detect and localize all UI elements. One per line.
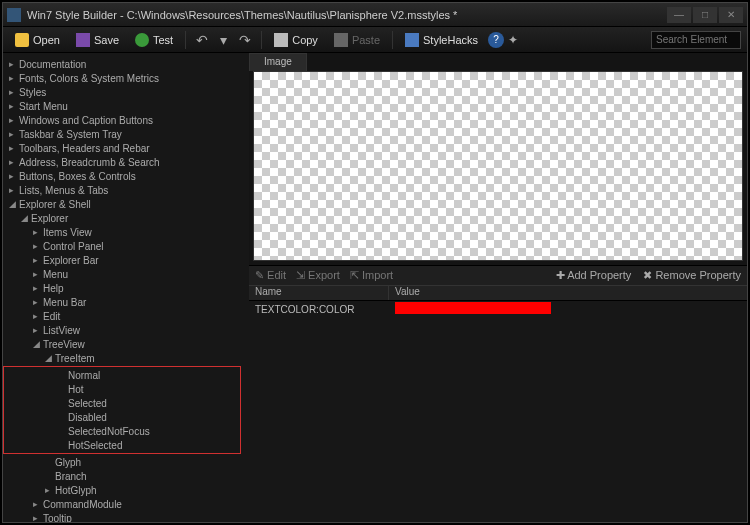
tree-item[interactable]: ▸Buttons, Boxes & Controls [3, 169, 249, 183]
tree-item[interactable]: ◢Explorer & Shell [3, 197, 249, 211]
tree-item[interactable]: ▸Items View [3, 225, 249, 239]
property-toolbar: ✎ Edit ⇲ Export ⇱ Import ✚ Add Property … [249, 265, 747, 285]
tree-item[interactable]: ▸Lists, Menus & Tabs [3, 183, 249, 197]
tree-item[interactable]: SelectedNotFocus [4, 424, 240, 438]
tree-item[interactable]: ▸Tooltip [3, 511, 249, 522]
help-button[interactable]: ? [488, 32, 504, 48]
play-icon [135, 33, 149, 47]
copy-button[interactable]: Copy [268, 31, 324, 49]
back-button[interactable]: ↶ [192, 32, 212, 48]
tree-item[interactable]: ▸Documentation [3, 57, 249, 71]
tree-item[interactable]: ▸Edit [3, 309, 249, 323]
tree-item[interactable]: Hot [4, 382, 240, 396]
column-name[interactable]: Name [249, 286, 389, 300]
property-list[interactable]: TEXTCOLOR:COLOR [249, 301, 747, 522]
export-button[interactable]: ⇲ Export [296, 269, 340, 282]
open-button[interactable]: Open [9, 31, 66, 49]
tree-item[interactable]: ◢TreeView [3, 337, 249, 351]
tree-item[interactable]: ▸Menu Bar [3, 295, 249, 309]
property-header: Name Value [249, 285, 747, 301]
tree-item[interactable]: Glyph [3, 455, 249, 469]
tree-item[interactable]: Normal [4, 368, 240, 382]
stylehacks-button[interactable]: StyleHacks [399, 31, 484, 49]
app-icon [7, 8, 21, 22]
minimize-button[interactable]: — [667, 7, 691, 23]
tree-item[interactable]: ◢TreeItem [3, 351, 249, 365]
tree-item[interactable]: ◢Explorer [3, 211, 249, 225]
tree-item[interactable]: ▸Explorer Bar [3, 253, 249, 267]
color-swatch[interactable] [395, 302, 551, 314]
save-button[interactable]: Save [70, 31, 125, 49]
tree-item[interactable]: ▸Help [3, 281, 249, 295]
image-preview[interactable] [253, 71, 743, 261]
highlighted-states: NormalHotSelectedDisabledSelectedNotFocu… [3, 366, 241, 454]
tree-item[interactable]: ▸Styles [3, 85, 249, 99]
tree-item[interactable]: ▸Toolbars, Headers and Rebar [3, 141, 249, 155]
tree-item[interactable]: ▸Menu [3, 267, 249, 281]
image-tab[interactable]: Image [249, 53, 307, 71]
import-button[interactable]: ⇱ Import [350, 269, 393, 282]
search-input[interactable] [651, 31, 741, 49]
tree-item[interactable]: ▸Windows and Caption Buttons [3, 113, 249, 127]
tree-item[interactable]: ▸HotGlyph [3, 483, 249, 497]
navigation-tree[interactable]: ▸Documentation▸Fonts, Colors & System Me… [3, 53, 249, 522]
close-button[interactable]: ✕ [719, 7, 743, 23]
disk-icon [76, 33, 90, 47]
property-name: TEXTCOLOR:COLOR [249, 304, 389, 315]
back-dropdown[interactable]: ▾ [216, 32, 231, 48]
tree-item[interactable]: ▸CommandModule [3, 497, 249, 511]
tree-item[interactable]: Disabled [4, 410, 240, 424]
tree-item[interactable]: ▸Taskbar & System Tray [3, 127, 249, 141]
tree-item[interactable]: ▸Address, Breadcrumb & Search [3, 155, 249, 169]
paste-button[interactable]: Paste [328, 31, 386, 49]
main-toolbar: Open Save Test ↶ ▾ ↷ Copy Paste StyleHac… [3, 27, 747, 53]
tree-item[interactable]: ▸Control Panel [3, 239, 249, 253]
tree-item[interactable]: ▸Start Menu [3, 99, 249, 113]
copy-icon [274, 33, 288, 47]
titlebar[interactable]: Win7 Style Builder - C:\Windows\Resource… [3, 3, 747, 27]
test-button[interactable]: Test [129, 31, 179, 49]
property-value[interactable] [389, 302, 747, 316]
edit-button[interactable]: ✎ Edit [255, 269, 286, 282]
tree-item[interactable]: HotSelected [4, 438, 240, 452]
stylehacks-icon [405, 33, 419, 47]
tree-item[interactable]: ▸ListView [3, 323, 249, 337]
tree-item[interactable]: Branch [3, 469, 249, 483]
tree-item[interactable]: Selected [4, 396, 240, 410]
add-property-button[interactable]: ✚ Add Property [556, 269, 632, 282]
column-value[interactable]: Value [389, 286, 747, 300]
paste-icon [334, 33, 348, 47]
maximize-button[interactable]: □ [693, 7, 717, 23]
tree-item[interactable]: ▸Fonts, Colors & System Metrics [3, 71, 249, 85]
window-title: Win7 Style Builder - C:\Windows\Resource… [27, 9, 667, 21]
wand-button[interactable]: ✦ [508, 33, 518, 47]
remove-property-button[interactable]: ✖ Remove Property [643, 269, 741, 282]
property-row[interactable]: TEXTCOLOR:COLOR [249, 301, 747, 317]
forward-button[interactable]: ↷ [235, 32, 255, 48]
folder-icon [15, 33, 29, 47]
